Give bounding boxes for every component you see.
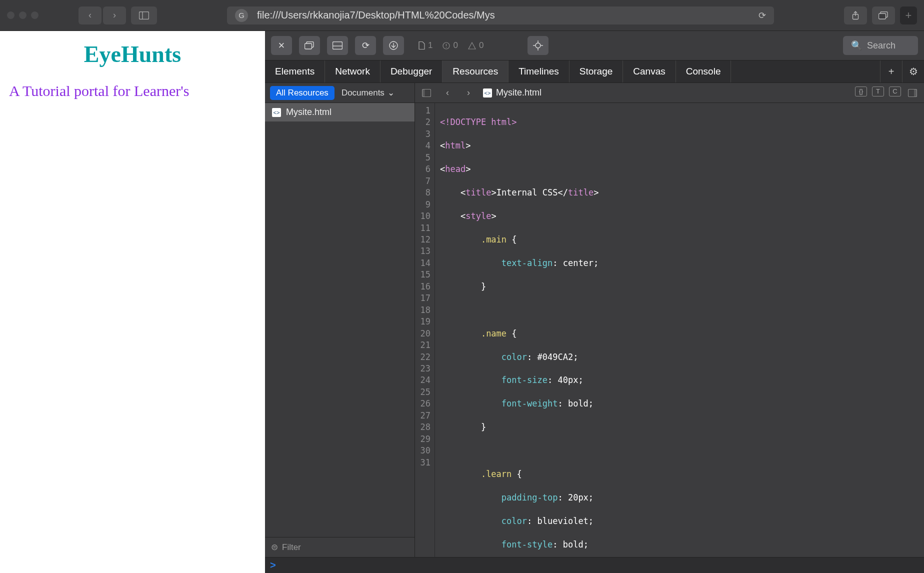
coverage-icon[interactable]: C <box>889 86 901 96</box>
svg-rect-5 <box>879 14 886 19</box>
dock-bottom-button[interactable] <box>327 36 348 55</box>
error-count: 0 <box>442 40 458 50</box>
search-icon: 🔍 <box>851 40 862 51</box>
devtools-toolbar: × ⟳ 1 0 0 🔍 Search <box>265 31 924 60</box>
svg-rect-7 <box>305 44 312 49</box>
braces-icon[interactable]: {} <box>855 86 867 96</box>
page-subheading: A Tutorial portal for Learner's <box>9 68 256 100</box>
nav-back-button[interactable]: ‹ <box>78 6 102 24</box>
tab-console[interactable]: Console <box>676 60 732 82</box>
devtools-close-button[interactable]: × <box>271 36 292 55</box>
tab-timelines[interactable]: Timelines <box>508 60 570 82</box>
sidebar-toggle-button[interactable] <box>131 6 157 24</box>
editor-filename: <> Mysite.html <box>483 88 542 98</box>
tabs-button[interactable] <box>872 6 895 24</box>
browser-toolbar: ‹ › G file:///Users/rkkanojia7/Desktop/H… <box>0 0 924 31</box>
resource-file-item[interactable]: <> Mysite.html <box>265 103 414 122</box>
svg-point-15 <box>536 43 540 48</box>
settings-icon[interactable]: ⚙ <box>902 60 924 82</box>
toggle-right-sidebar-icon[interactable] <box>906 86 919 100</box>
url-text: file:///Users/rkkanojia7/Desktop/HTML%20… <box>257 10 495 21</box>
devtools-tabbar: Elements Network Debugger Resources Time… <box>265 60 924 83</box>
warning-count: 0 <box>468 40 484 50</box>
add-tab-button[interactable]: + <box>880 60 902 82</box>
resources-sidebar: All Resources Documents ⌄ <> Mysite.html… <box>265 83 415 557</box>
devtools-search-input[interactable]: 🔍 Search <box>843 36 918 55</box>
reload-icon[interactable]: ⟳ <box>758 10 766 21</box>
tab-elements[interactable]: Elements <box>265 60 325 82</box>
target-button[interactable] <box>528 36 548 55</box>
toggle-sidebar-icon[interactable] <box>420 86 433 100</box>
resource-file-label: Mysite.html <box>286 107 332 118</box>
chevron-updown-icon: ⌄ <box>388 88 394 98</box>
line-gutter: 1234567891011121314151617181920212223242… <box>415 103 435 557</box>
source-code[interactable]: 1234567891011121314151617181920212223242… <box>415 103 924 557</box>
filter-icon: ⊜ <box>271 542 278 552</box>
svg-rect-21 <box>422 89 425 96</box>
code-content: <!DOCTYPE html> <html> <head> <title>Int… <box>435 103 924 557</box>
all-resources-pill[interactable]: All Resources <box>270 86 334 100</box>
nav-forward-icon[interactable]: › <box>462 86 475 100</box>
traffic-lights <box>7 12 38 19</box>
html-file-icon: <> <box>272 108 281 117</box>
status-counts: 1 0 0 <box>411 40 490 50</box>
devtools-panel: × ⟳ 1 0 0 🔍 Search <box>265 31 924 573</box>
minimize-dot[interactable] <box>19 12 26 19</box>
site-info-icon[interactable]: G <box>235 9 248 22</box>
zoom-dot[interactable] <box>31 12 38 19</box>
share-button[interactable] <box>844 6 867 24</box>
type-icon[interactable]: T <box>872 86 884 96</box>
html-file-icon: <> <box>483 88 492 98</box>
new-tab-button[interactable]: + <box>900 6 917 24</box>
documents-dropdown[interactable]: Documents ⌄ <box>342 88 394 98</box>
nav-back-icon[interactable]: ‹ <box>441 86 454 100</box>
svg-point-14 <box>446 46 447 48</box>
address-bar[interactable]: G file:///Users/rkkanojia7/Desktop/HTML%… <box>227 6 774 24</box>
tab-debugger[interactable]: Debugger <box>380 60 442 82</box>
tab-network[interactable]: Network <box>325 60 380 82</box>
svg-rect-0 <box>140 12 149 19</box>
nav-forward-button[interactable]: › <box>103 6 126 24</box>
close-dot[interactable] <box>7 12 14 19</box>
svg-rect-8 <box>333 42 342 50</box>
source-panel: ‹ › <> Mysite.html {} T C <box>415 83 924 557</box>
reload-button[interactable]: ⟳ <box>355 36 376 55</box>
tab-resources[interactable]: Resources <box>442 60 508 82</box>
page-viewport: EyeHunts A Tutorial portal for Learner's <box>0 31 265 573</box>
page-heading: EyeHunts <box>9 41 256 68</box>
tab-storage[interactable]: Storage <box>570 60 624 82</box>
filter-input[interactable]: ⊜ Filter <box>265 537 414 557</box>
tab-canvas[interactable]: Canvas <box>623 60 676 82</box>
doc-count: 1 <box>418 40 432 50</box>
console-prompt[interactable]: > <box>265 557 924 573</box>
download-button[interactable] <box>383 36 404 55</box>
dock-side-button[interactable] <box>299 36 320 55</box>
svg-rect-23 <box>914 89 917 96</box>
